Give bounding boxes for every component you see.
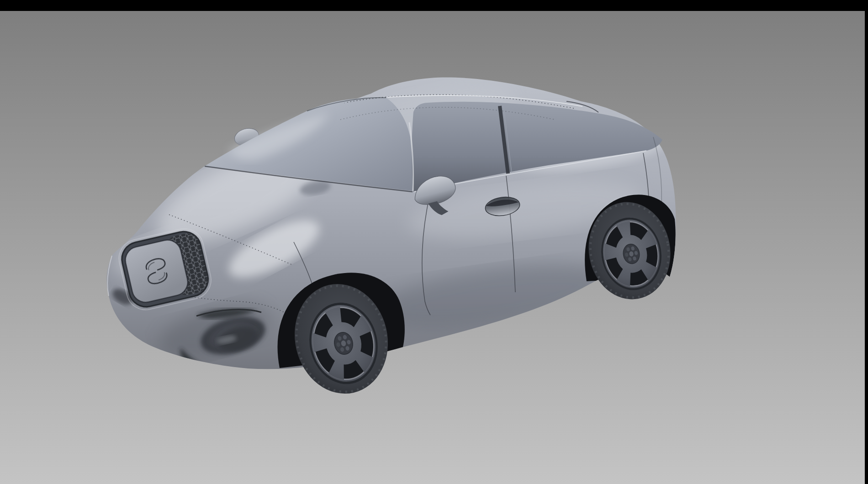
render-viewport[interactable]	[0, 0, 868, 484]
application-window	[0, 0, 868, 484]
letterbox-right-strip	[865, 0, 868, 484]
letterbox-top-bar	[0, 0, 868, 11]
badge-plate	[122, 237, 191, 305]
